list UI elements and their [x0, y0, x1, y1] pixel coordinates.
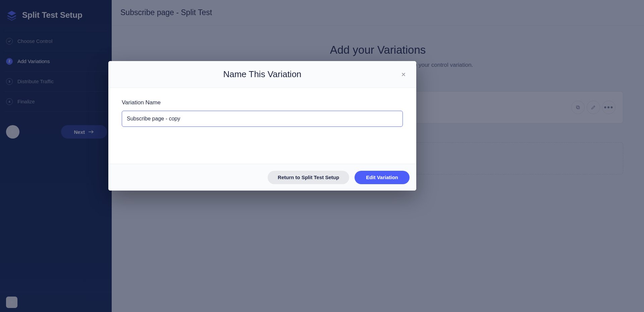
modal-footer: Return to Split Test Setup Edit Variatio…: [108, 164, 416, 191]
modal-header: Name This Variation: [108, 61, 416, 88]
variation-name-input[interactable]: [122, 111, 403, 127]
modal-body: Variation Name: [108, 88, 416, 164]
variation-name-label: Variation Name: [122, 99, 161, 106]
modal-title: Name This Variation: [223, 69, 301, 80]
return-button[interactable]: Return to Split Test Setup: [268, 171, 349, 184]
modal-close-button[interactable]: [398, 69, 409, 80]
close-icon: [401, 72, 406, 77]
edit-variation-button[interactable]: Edit Variation: [355, 171, 410, 184]
name-variation-modal: Name This Variation Variation Name Retur…: [108, 61, 416, 191]
